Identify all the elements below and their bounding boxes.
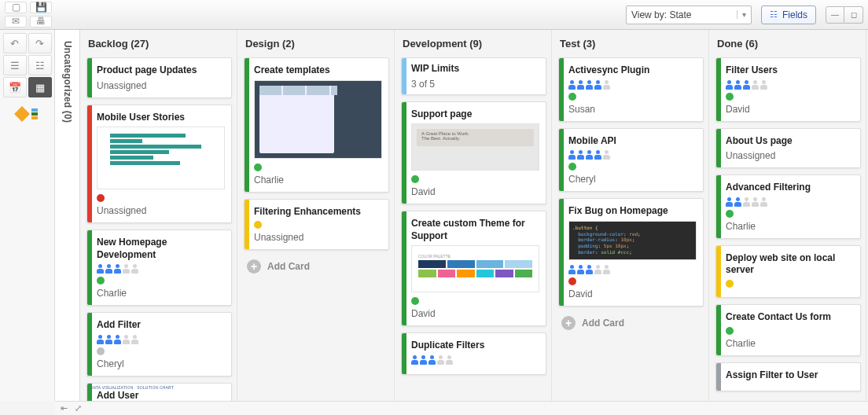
- person-icon: [603, 150, 610, 160]
- card-assignee: Unassigned: [97, 205, 225, 216]
- person-icon: [734, 80, 741, 90]
- card[interactable]: Activesync PluginSusan: [558, 57, 704, 122]
- people-icons: [568, 80, 697, 90]
- card[interactable]: About Us pageUnassigned: [715, 128, 861, 169]
- collapse-left-icon[interactable]: ⇤: [58, 403, 69, 414]
- rail-legend-icon[interactable]: [17, 108, 38, 119]
- card[interactable]: Filtering EnhancementsUnassigned: [244, 199, 389, 251]
- card[interactable]: Assign Filter to User: [715, 362, 861, 392]
- rail-board-icon[interactable]: ▦: [28, 77, 52, 97]
- people-icons: [726, 80, 854, 90]
- card-stripe: [402, 102, 406, 204]
- card-stripe: [87, 105, 92, 223]
- person-icon: [420, 355, 427, 365]
- card-stripe: [559, 199, 564, 306]
- person-icon: [743, 80, 750, 90]
- view-by-label: View by: State: [631, 9, 692, 20]
- card[interactable]: WIP Limits3 of 5: [401, 57, 546, 95]
- card[interactable]: Deploy web site on local server: [715, 245, 861, 298]
- person-icon: [760, 197, 767, 207]
- uncategorized-lane[interactable]: Uncategorized (0): [55, 30, 80, 401]
- person-icon: [603, 265, 610, 274]
- status-row: [254, 163, 382, 171]
- status-dot: [568, 277, 576, 285]
- status-dot: [411, 297, 419, 305]
- add-card-button[interactable]: +Add Card: [558, 313, 704, 333]
- person-icon: [577, 80, 584, 90]
- card[interactable]: Filter UsersDavid: [715, 57, 861, 122]
- column-header: Development (9): [395, 30, 551, 57]
- card-stripe: [716, 305, 721, 355]
- column-1: Design (2)Create templatesCharlieFilteri…: [237, 30, 395, 401]
- people-icons: [568, 150, 697, 160]
- card-stripe: [716, 363, 721, 391]
- add-card-button[interactable]: +Add Card: [244, 256, 389, 277]
- person-icon: [131, 264, 138, 274]
- rail-tree-icon[interactable]: ☳: [28, 55, 52, 75]
- card[interactable]: Mobile APICheryl: [558, 128, 704, 193]
- person-icon: [594, 265, 601, 274]
- card[interactable]: Create templatesCharlie: [244, 57, 389, 193]
- card[interactable]: New Homepage DevelopmentCharlie: [86, 230, 232, 306]
- left-icon-rail: ↶ ↷ ☰ ☳ 📅 ▦: [0, 30, 55, 401]
- expand-icon[interactable]: ⤢: [72, 403, 83, 414]
- card[interactable]: Fix Bug on Homepage.button { background-…: [558, 198, 704, 307]
- card-stripe: [87, 313, 92, 376]
- column-header: Done (6): [709, 30, 866, 57]
- card-assignee: David: [726, 104, 854, 115]
- card[interactable]: Product page UpdatesUnassigned: [86, 57, 232, 98]
- card-assignee: Susan: [568, 104, 697, 115]
- rail-list-icon[interactable]: ☰: [3, 55, 27, 75]
- status-dot: [726, 280, 734, 288]
- person-icon: [734, 197, 741, 207]
- person-icon: [568, 80, 576, 90]
- rail-undo-icon[interactable]: ↶: [3, 33, 27, 53]
- card-assignee: Charlie: [254, 174, 382, 185]
- status-row: [726, 327, 854, 335]
- person-icon: [114, 264, 121, 274]
- card-stripe: [716, 58, 721, 121]
- card[interactable]: Add UserDATA VISUALIZATION · SOLUTION CH…: [86, 383, 232, 401]
- card[interactable]: Mobile User StoriesUnassigned: [86, 105, 232, 224]
- card-assignee: Unassigned: [254, 232, 382, 243]
- person-icon: [105, 335, 112, 344]
- status-row: [97, 347, 225, 355]
- fields-button[interactable]: ☷ Fields: [761, 6, 816, 24]
- card-stripe: [716, 175, 721, 238]
- card[interactable]: Duplicate Filters: [401, 332, 546, 375]
- column-header: Design (2): [237, 30, 394, 57]
- column-body: Product page UpdatesUnassignedMobile Use…: [80, 57, 237, 401]
- card-stripe: [402, 58, 406, 94]
- tool-mail-icon[interactable]: ✉: [5, 16, 27, 28]
- view-by-select[interactable]: View by: State ▾: [626, 6, 752, 24]
- card[interactable]: Support pageDavid: [401, 101, 546, 205]
- card-assignee: David: [568, 288, 697, 299]
- people-icons: [411, 355, 539, 365]
- card-assignee: Cheryl: [568, 174, 697, 185]
- column-4: Done (6)Filter UsersDavidAbout Us pageUn…: [709, 30, 866, 401]
- card-title: Product page Updates: [97, 64, 225, 77]
- column-header: Test (3): [552, 30, 708, 57]
- tool-save-icon[interactable]: 💾: [30, 2, 52, 13]
- card-stripe: [559, 58, 564, 121]
- column-0: Backlog (27)Product page UpdatesUnassign…: [80, 30, 237, 401]
- fields-label: Fields: [782, 9, 807, 20]
- maximize-button[interactable]: ◻: [844, 6, 863, 24]
- card-title: Add Filter: [97, 319, 225, 332]
- minimize-button[interactable]: —: [826, 6, 844, 24]
- rail-calendar-icon[interactable]: 📅: [3, 77, 27, 97]
- window-buttons: — ◻: [826, 6, 863, 24]
- card[interactable]: Create Contact Us formCharlie: [715, 304, 861, 356]
- status-row: [254, 221, 382, 229]
- card-assignee: David: [411, 308, 539, 319]
- status-row: [97, 277, 225, 285]
- card[interactable]: Add FilterCheryl: [86, 312, 232, 376]
- card-stripe: [402, 333, 406, 374]
- tool-print-icon[interactable]: 🖶: [30, 16, 52, 28]
- person-icon: [123, 264, 130, 274]
- tool-note-icon[interactable]: ▢: [5, 2, 27, 13]
- card-assignee: Charlie: [97, 288, 225, 299]
- rail-redo-icon[interactable]: ↷: [28, 33, 52, 53]
- card[interactable]: Create custom Theme for SupportCOLOR PAL…: [401, 211, 546, 326]
- card[interactable]: Advanced FilteringCharlie: [715, 174, 861, 239]
